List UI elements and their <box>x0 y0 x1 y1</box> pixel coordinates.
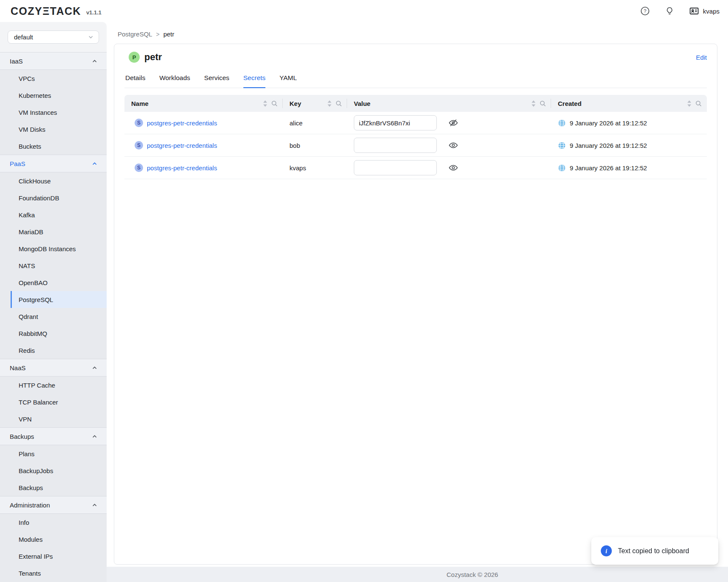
avatar: P <box>129 52 140 63</box>
sidebar-item-mariadb[interactable]: MariaDB <box>0 223 107 240</box>
sidebar-item-foundationdb[interactable]: FoundationDB <box>0 189 107 206</box>
tabs-bar: Details Workloads Services Secrets YAML <box>124 74 707 88</box>
toast-notification: i Text copied to clipboard <box>591 537 718 565</box>
tenant-select[interactable]: default <box>8 30 99 44</box>
secret-key: bob <box>290 142 300 149</box>
resource-card: P petr Edit Details Workloads Services S… <box>114 44 717 565</box>
sidebar-item-info[interactable]: Info <box>0 514 107 531</box>
eye-off-icon[interactable] <box>448 118 458 128</box>
secret-name-link[interactable]: postgres-petr-credentials <box>147 119 217 127</box>
tab-workloads[interactable]: Workloads <box>159 74 190 88</box>
table-row: S postgres-petr-credentials bob <box>124 134 707 157</box>
svg-text:?: ? <box>644 8 646 14</box>
column-header-value: Value <box>347 95 551 112</box>
sorter-icon[interactable] <box>687 100 692 107</box>
sorter-icon[interactable] <box>531 100 536 107</box>
sidebar-item-rabbitmq[interactable]: RabbitMQ <box>0 325 107 342</box>
sidebar-item-plans[interactable]: Plans <box>0 445 107 462</box>
sidebar: default IaaS VPCs Kubernetes VM Instance… <box>0 22 107 582</box>
copyright-text: Cozystack © 2026 <box>447 571 498 578</box>
header-actions: ? kvaps <box>640 6 720 16</box>
sidebar-section-backups[interactable]: Backups <box>0 427 107 445</box>
sidebar-item-http-cache[interactable]: HTTP Cache <box>0 377 107 394</box>
id-card-icon <box>689 6 699 16</box>
sidebar-item-kafka[interactable]: Kafka <box>0 206 107 223</box>
sidebar-section-paas[interactable]: PaaS <box>0 155 107 172</box>
sidebar-item-redis[interactable]: Redis <box>0 342 107 359</box>
breadcrumb: PostgreSQL > petr <box>107 22 728 44</box>
tab-yaml[interactable]: YAML <box>279 74 297 88</box>
search-icon[interactable] <box>695 100 702 107</box>
edit-button[interactable]: Edit <box>696 54 707 61</box>
sorter-icon[interactable] <box>263 100 267 107</box>
column-header-key: Key <box>283 95 347 112</box>
tab-details[interactable]: Details <box>125 74 145 88</box>
app-logo: COZYΞTACK <box>11 5 81 17</box>
sidebar-tenant-area: default <box>0 22 107 52</box>
sidebar-item-nats[interactable]: NATS <box>0 257 107 274</box>
sidebar-item-modules[interactable]: Modules <box>0 531 107 548</box>
sidebar-item-vm-disks[interactable]: VM Disks <box>0 121 107 138</box>
tab-secrets[interactable]: Secrets <box>243 74 266 88</box>
secret-badge: S <box>135 141 143 150</box>
help-icon[interactable]: ? <box>640 6 650 16</box>
sidebar-item-buckets[interactable]: Buckets <box>0 138 107 155</box>
app-version: v1.1.1 <box>86 9 102 16</box>
globe-icon <box>558 164 566 172</box>
toast-message: Text copied to clipboard <box>618 547 689 555</box>
eye-icon[interactable] <box>448 163 458 173</box>
breadcrumb-postgresql[interactable]: PostgreSQL <box>118 30 152 38</box>
globe-icon <box>558 141 566 150</box>
breadcrumb-separator: > <box>156 31 160 38</box>
column-header-name: Name <box>124 95 283 112</box>
breadcrumb-current: petr <box>163 30 174 38</box>
secret-value-input[interactable] <box>354 115 437 130</box>
chevron-up-icon <box>92 434 97 439</box>
sidebar-section-naas[interactable]: NaaS <box>0 359 107 377</box>
user-menu[interactable]: kvaps <box>689 6 720 16</box>
sidebar-item-vpcs[interactable]: VPCs <box>0 70 107 87</box>
sidebar-item-vpn[interactable]: VPN <box>0 410 107 427</box>
lightbulb-icon[interactable] <box>665 6 675 16</box>
sidebar-item-tenants[interactable]: Tenants <box>0 565 107 582</box>
created-timestamp: 9 January 2026 at 19:12:52 <box>570 142 647 149</box>
tenant-select-value: default <box>14 33 88 41</box>
sidebar-item-vm-instances[interactable]: VM Instances <box>0 104 107 121</box>
secret-badge: S <box>135 164 143 172</box>
sidebar-item-clickhouse[interactable]: ClickHouse <box>0 172 107 189</box>
sidebar-item-openbao[interactable]: OpenBAO <box>0 274 107 291</box>
sidebar-item-kubernetes[interactable]: Kubernetes <box>0 87 107 104</box>
secret-value-input[interactable] <box>354 160 437 175</box>
sidebar-item-postgresql[interactable]: PostgreSQL <box>11 291 107 308</box>
app-window: COZYΞTACK v1.1.1 ? kvaps default <box>0 0 728 582</box>
search-icon[interactable] <box>336 100 342 107</box>
sidebar-item-tcp-balancer[interactable]: TCP Balancer <box>0 394 107 410</box>
sidebar-section-iaas[interactable]: IaaS <box>0 52 107 70</box>
page-title: petr <box>144 52 162 63</box>
sidebar-nav: IaaS VPCs Kubernetes VM Instances VM Dis… <box>0 52 107 582</box>
sidebar-section-administration[interactable]: Administration <box>0 496 107 514</box>
tab-services[interactable]: Services <box>204 74 229 88</box>
secret-value-input[interactable] <box>354 138 437 153</box>
top-header: COZYΞTACK v1.1.1 ? kvaps <box>0 0 728 22</box>
secret-name-link[interactable]: postgres-petr-credentials <box>147 142 217 149</box>
sidebar-item-mongodb-instances[interactable]: MongoDB Instances <box>0 240 107 257</box>
secret-key: kvaps <box>290 164 306 172</box>
secret-name-link[interactable]: postgres-petr-credentials <box>147 164 217 172</box>
table-row: S postgres-petr-credentials alice <box>124 112 707 134</box>
chevron-up-icon <box>92 58 97 64</box>
sidebar-item-backupjobs[interactable]: BackupJobs <box>0 462 107 479</box>
table-header: Name Key <box>124 95 707 112</box>
title-row: P petr Edit <box>124 52 707 63</box>
page-footer: Cozystack © 2026 <box>107 567 728 582</box>
sidebar-item-backups[interactable]: Backups <box>0 479 107 496</box>
search-icon[interactable] <box>271 100 278 107</box>
eye-icon[interactable] <box>448 140 458 150</box>
globe-icon <box>558 119 566 127</box>
main-content: PostgreSQL > petr P petr Edit Details Wo… <box>107 22 728 582</box>
sidebar-item-external-ips[interactable]: External IPs <box>0 548 107 565</box>
sidebar-item-qdrant[interactable]: Qdrant <box>0 308 107 325</box>
search-icon[interactable] <box>540 100 546 107</box>
sorter-icon[interactable] <box>327 100 332 107</box>
chevron-up-icon <box>92 161 97 166</box>
